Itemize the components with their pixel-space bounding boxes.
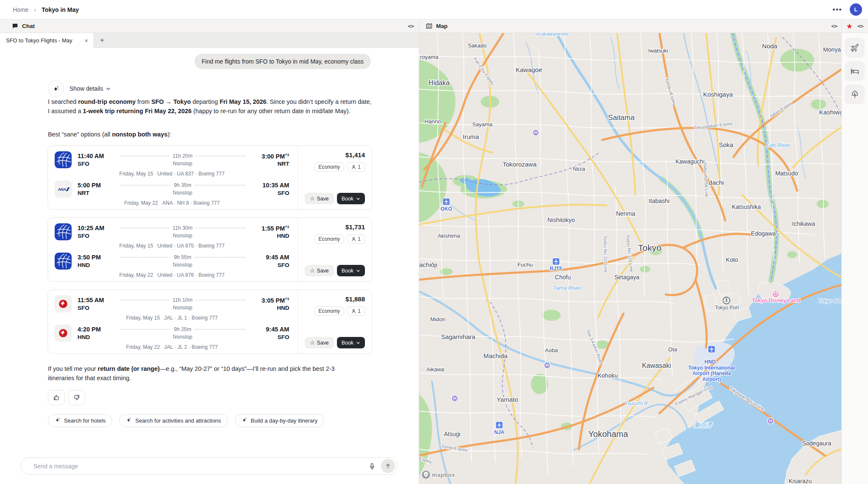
map-city-label: Sakado	[468, 42, 487, 49]
new-tab-button[interactable]: +	[94, 33, 110, 47]
arrival-code: SFO	[248, 334, 289, 340]
duration-label: 11h 30m	[172, 225, 192, 231]
tab-close-icon[interactable]: ×	[83, 37, 89, 44]
map-airport-label: OKO	[440, 206, 452, 212]
chat-code-icon[interactable]: <>	[408, 23, 414, 29]
chat-panel-title: Chat	[22, 23, 35, 29]
arrival-block: 10:35 AMSFO	[248, 182, 289, 196]
airport-shield-icon	[443, 198, 450, 206]
sparkle-icon	[126, 417, 132, 424]
leg-flight-detail: JAL · JL 2 · Boeing 777	[164, 344, 217, 350]
arrival-block: 3:05 PM+1HND	[248, 297, 289, 312]
flight-path-dots	[120, 185, 170, 186]
message-input[interactable]	[33, 463, 365, 470]
shrine-poi-icon	[768, 418, 774, 424]
tab-sfo-tokyo-flights[interactable]: SFO to Tokyo Flights - May ×	[0, 33, 94, 48]
chat-scroll-area[interactable]: Find me flights from SFO to Tokyo in mid…	[0, 48, 419, 484]
map-code-icon[interactable]: <>	[831, 23, 837, 29]
departure-code: SFO	[78, 305, 117, 311]
tree-tool-button[interactable]	[845, 84, 865, 104]
favorite-star-icon[interactable]: ★	[846, 23, 852, 29]
map-city-label: Aikawa	[426, 366, 445, 373]
flight-leg: 4:20 PMHND9h 25mNonstop9:45 AMSFOFriday,…	[55, 325, 289, 350]
cabin-chip[interactable]: Economy	[314, 234, 344, 244]
flight-path-dots	[195, 329, 245, 330]
map-airport-label: Airport (Haneda	[693, 370, 731, 376]
duration-label: 9h 35m	[174, 182, 191, 188]
flight-path-dots	[120, 329, 170, 330]
map-water-label: Tsurumi R	[625, 401, 648, 406]
departure-code: SFO	[78, 233, 117, 239]
flight-leg: ANA5:00 PMNRT9h 35mNonstop10:35 AMSFOFri…	[55, 181, 289, 206]
arrival-code: HND	[248, 233, 289, 239]
send-button[interactable]	[381, 459, 395, 473]
map-city-label: Kawaguchi	[676, 158, 705, 165]
flight-leg: 3:50 PMHND9h 55mNonstop9:45 AMSFOFriday,…	[55, 253, 289, 278]
map-city-label: Kasukabe	[682, 33, 709, 33]
avatar[interactable]: L	[850, 3, 862, 16]
duration-label: 11h 10m	[172, 297, 192, 303]
airport-shield-icon	[496, 422, 503, 429]
tools-code-icon[interactable]: <>	[857, 23, 863, 29]
departure-block: 5:00 PMNRT	[78, 182, 117, 196]
map-city-label: Saitama	[608, 114, 635, 122]
user-message-bubble: Find me flights from SFO to Tokyo in mid…	[195, 54, 371, 69]
map-city-label: Koto	[726, 256, 738, 263]
book-button[interactable]: Book	[337, 193, 365, 204]
map-panel-title: Map	[436, 23, 448, 29]
build-itinerary-chip[interactable]: Build a day-by-day itinerary	[235, 414, 325, 427]
search-activities-chip[interactable]: Search for activities and attractions	[119, 414, 228, 427]
more-menu-icon[interactable]: •••	[832, 6, 842, 14]
departure-block: 3:50 PMHND	[78, 254, 117, 268]
map-city-label: Hidaka	[428, 79, 450, 86]
flight-card-summary: $1,414Economy1☆SaveBook	[298, 146, 372, 209]
search-hotels-chip[interactable]: Search for hotels	[48, 414, 112, 427]
departure-time: 11:55 AM	[78, 297, 117, 303]
cabin-chip[interactable]: Economy	[314, 306, 344, 316]
stops-label: Nonstop	[173, 305, 192, 311]
map-city-label: Midori	[430, 316, 445, 323]
book-button[interactable]: Book	[337, 337, 365, 348]
mapbox-logo[interactable]: mapbox	[422, 471, 455, 479]
save-button[interactable]: ☆Save	[305, 193, 334, 204]
duration-label: 9h 55m	[174, 254, 191, 260]
map-airport-label: Airport)	[702, 376, 721, 382]
map-city-label: Edogawa	[751, 230, 776, 237]
map-city-label: Yamato	[497, 396, 518, 403]
map-city-label: Matsudo	[775, 170, 798, 177]
show-details-toggle[interactable]: Show details	[70, 85, 111, 92]
bed-tool-button[interactable]	[845, 61, 865, 81]
save-button[interactable]: ☆Save	[305, 337, 334, 348]
airline-logo-united	[55, 151, 72, 168]
microphone-icon[interactable]	[365, 459, 379, 473]
thumbs-down-button[interactable]	[68, 390, 85, 405]
stops-label: Nonstop	[173, 190, 192, 196]
map-city-label: Tokorozawa	[503, 161, 537, 168]
map-airport-label: HND -	[704, 359, 718, 365]
map-city-label: Katsushika	[732, 203, 761, 210]
save-button[interactable]: ☆Save	[305, 265, 334, 276]
passenger-chip[interactable]: 1	[347, 234, 365, 244]
plane-tool-button[interactable]	[845, 38, 865, 58]
map-canvas[interactable]: SakadoroyamaKawagoeHidakaNodaMoriyaKasuk…	[419, 33, 841, 484]
breadcrumb-home[interactable]: Home	[13, 6, 28, 13]
leg-date-label: Friday, May 15	[126, 315, 160, 321]
suggestion-chip-row: Search for hotelsSearch for activities a…	[48, 414, 324, 427]
thumbs-up-button[interactable]	[48, 390, 65, 405]
flight-card: 11:55 AMSFO11h 10mNonstop3:05 PM+1HNDFri…	[47, 289, 372, 354]
passenger-count: 1	[358, 236, 361, 242]
passenger-chip[interactable]: 1	[347, 306, 365, 316]
map-container[interactable]: SakadoroyamaKawagoeHidakaNodaMoriyaKasuk…	[419, 33, 841, 484]
arrival-time: 1:55 PM+1	[248, 225, 289, 232]
stops-label: Nonstop	[173, 161, 192, 167]
tab-title: SFO to Tokyo Flights - May	[6, 37, 72, 44]
airline-logo-united	[55, 223, 72, 240]
departure-code: HND	[78, 262, 117, 268]
flight-path-dots	[120, 228, 169, 228]
book-button[interactable]: Book	[337, 265, 365, 276]
star-outline-icon: ☆	[310, 195, 314, 202]
stops-label: Nonstop	[173, 262, 192, 268]
passenger-chip[interactable]: 1	[347, 162, 365, 172]
leg-date-row: Friday, May 22ANA · NH 8 · Boeing 777	[55, 200, 289, 206]
cabin-chip[interactable]: Economy	[314, 162, 344, 172]
